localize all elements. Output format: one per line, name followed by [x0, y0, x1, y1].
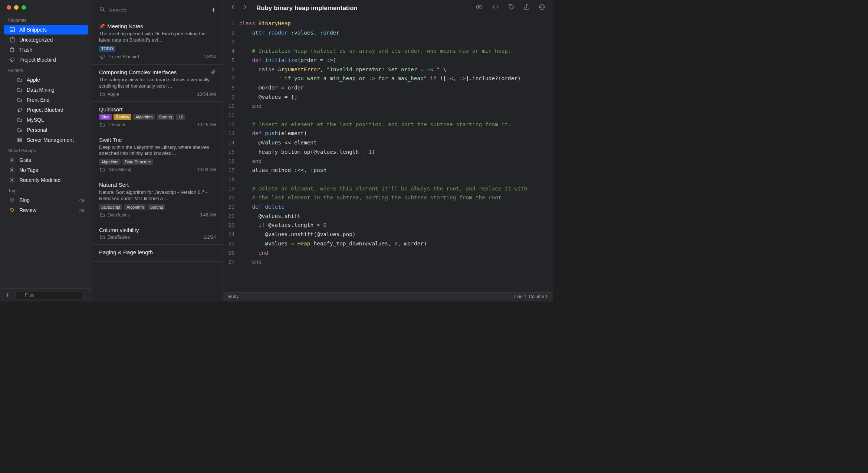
tag-icon[interactable] — [508, 4, 515, 12]
more-icon[interactable] — [538, 4, 546, 12]
sidebar-item-personal[interactable]: Personal — [4, 125, 88, 135]
sidebar-item-label: All Snippets — [19, 27, 85, 33]
svg-point-10 — [11, 209, 11, 209]
sidebar-item-data-mining[interactable]: Data Mining — [4, 85, 88, 95]
sidebar-item-review[interactable]: Review29 — [4, 205, 88, 215]
note-item-paging[interactable]: Paging & Page length — [92, 245, 223, 262]
folder-cog-icon — [16, 127, 23, 133]
sidebar: Favorites All SnippetsUncategorizedTrash… — [0, 0, 92, 301]
share-icon[interactable] — [523, 4, 530, 12]
chevron-right-icon[interactable]: 〉 — [9, 97, 13, 102]
sidebar-item-all-snippets[interactable]: All Snippets — [4, 25, 88, 35]
note-date: 10:03 AM — [197, 167, 216, 172]
note-date: 9:46 AM — [200, 212, 216, 218]
svg-point-1 — [20, 130, 21, 131]
nav-back[interactable] — [230, 4, 236, 12]
svg-point-7 — [11, 169, 13, 171]
tag-chip[interactable]: Blog — [99, 114, 112, 120]
tag-chip[interactable]: TODO — [99, 46, 115, 52]
undefined-icon — [9, 198, 16, 203]
sidebar-item-project-bluebird-folder[interactable]: 〉Project Bluebird — [4, 105, 88, 115]
preview-icon[interactable] — [475, 4, 483, 12]
tag-chip[interactable]: Sorting — [148, 204, 165, 210]
sidebar-footer: + ⊜ — [0, 288, 92, 301]
sidebar-item-label: Trash — [19, 47, 85, 53]
folder-icon — [16, 97, 23, 102]
note-item-natural-sort[interactable]: Natural SortNatural Sort algorithm for J… — [92, 177, 223, 222]
gear-icon — [9, 167, 16, 173]
svg-point-5 — [19, 141, 19, 141]
sidebar-item-label: Personal — [27, 127, 85, 133]
note-preview: Deep within the Labyrinthine Library, wh… — [99, 144, 216, 157]
sidebar-item-label: Apple — [27, 77, 85, 83]
note-item-quicksort[interactable]: QuicksortBlogReviewAlgorithmSorting+2 Pe… — [92, 102, 223, 132]
language-label[interactable]: Ruby — [228, 294, 239, 299]
chevron-right-icon[interactable]: 〉 — [9, 77, 13, 82]
sidebar-item-uncategorized[interactable]: Uncategorized — [4, 35, 88, 45]
note-title: Swift Trie — [99, 137, 216, 143]
note-folder: DataTables — [99, 235, 130, 240]
note-item-column-visibility[interactable]: Column visibility DataTables1/2/24 — [92, 222, 223, 245]
window-minimize[interactable] — [14, 5, 19, 10]
sidebar-item-project-bluebird[interactable]: Project Bluebird — [4, 55, 88, 65]
search-input[interactable] — [109, 7, 207, 13]
code-editor[interactable]: 1234567891011121314151617181920212223242… — [223, 16, 553, 292]
tag-chip[interactable]: Data Structure — [122, 159, 153, 165]
note-title: Quicksort — [99, 106, 216, 112]
nav-forward[interactable] — [242, 4, 247, 12]
chevron-right-icon[interactable]: 〉 — [9, 107, 13, 112]
note-folder: Project Bluebird — [99, 54, 139, 60]
tag-chip[interactable]: JavaScript — [99, 204, 122, 210]
note-title: Column visibility — [99, 227, 216, 233]
svg-point-6 — [11, 159, 13, 161]
sidebar-item-label: Uncategorized — [19, 37, 85, 43]
sidebar-item-label: No Tags — [19, 167, 85, 173]
sidebar-item-recently-modified[interactable]: Recently Modified — [4, 175, 88, 185]
tag-chip[interactable]: Algorithm — [133, 114, 155, 120]
sidebar-item-trash[interactable]: Trash — [4, 45, 88, 55]
gear-icon — [9, 177, 16, 183]
sidebar-item-apple[interactable]: 〉Apple — [4, 75, 88, 85]
note-item-composing[interactable]: Composing Complex InterfacesThe category… — [92, 65, 223, 102]
svg-point-19 — [543, 7, 544, 7]
sidebar-item-mysql[interactable]: MySQL — [4, 115, 88, 125]
sidebar-item-blog[interactable]: Blog49 — [4, 195, 88, 205]
note-list: + 📌Meeting NotesThe meeting opened with … — [92, 0, 223, 301]
note-folder: Apple — [99, 92, 119, 97]
favorites-header: Favorites — [0, 15, 92, 25]
bird-icon — [16, 107, 23, 113]
sidebar-item-server-management[interactable]: Server Management — [4, 135, 88, 145]
doc-icon — [9, 37, 16, 43]
editor-title: Ruby binary heap implementation — [256, 4, 470, 12]
tag-chip[interactable]: Algorithm — [124, 204, 146, 210]
note-item-swift-trie[interactable]: Swift TrieDeep within the Labyrinthine L… — [92, 132, 223, 177]
note-preview: The meeting opened with Dr. Finch presen… — [99, 31, 216, 43]
note-item-meeting-notes[interactable]: 📌Meeting NotesThe meeting opened with Dr… — [92, 19, 223, 65]
svg-point-11 — [100, 7, 103, 10]
sidebar-item-label: Blog — [19, 197, 76, 203]
filter-input[interactable] — [16, 291, 84, 299]
tag-chip[interactable]: +2 — [176, 114, 185, 120]
trash-icon — [9, 47, 16, 53]
sidebar-item-front-end[interactable]: 〉Front End — [4, 95, 88, 105]
note-date: 1/2/24 — [204, 235, 216, 240]
window-close[interactable] — [7, 5, 11, 10]
sidebar-item-no-tags[interactable]: No Tags — [4, 165, 88, 175]
window-zoom[interactable] — [22, 5, 26, 10]
bird-icon — [9, 57, 16, 63]
sidebar-item-gists[interactable]: Gists — [4, 155, 88, 165]
sidebar-item-label: Gists — [19, 157, 85, 163]
note-folder: Personal — [99, 122, 125, 127]
folders-header: Folders — [0, 65, 92, 75]
note-date: 10:54 AM — [197, 92, 216, 97]
gear-icon — [9, 157, 16, 163]
compose-button[interactable]: + — [211, 5, 216, 15]
add-button[interactable]: + — [4, 291, 12, 299]
code-icon[interactable] — [491, 4, 500, 12]
svg-rect-0 — [10, 28, 14, 32]
tag-chip[interactable]: Review — [114, 114, 131, 120]
tag-chip[interactable]: Algorithm — [99, 159, 121, 165]
tag-count: 29 — [79, 208, 85, 213]
svg-point-13 — [479, 6, 480, 8]
tag-chip[interactable]: Sorting — [157, 114, 174, 120]
